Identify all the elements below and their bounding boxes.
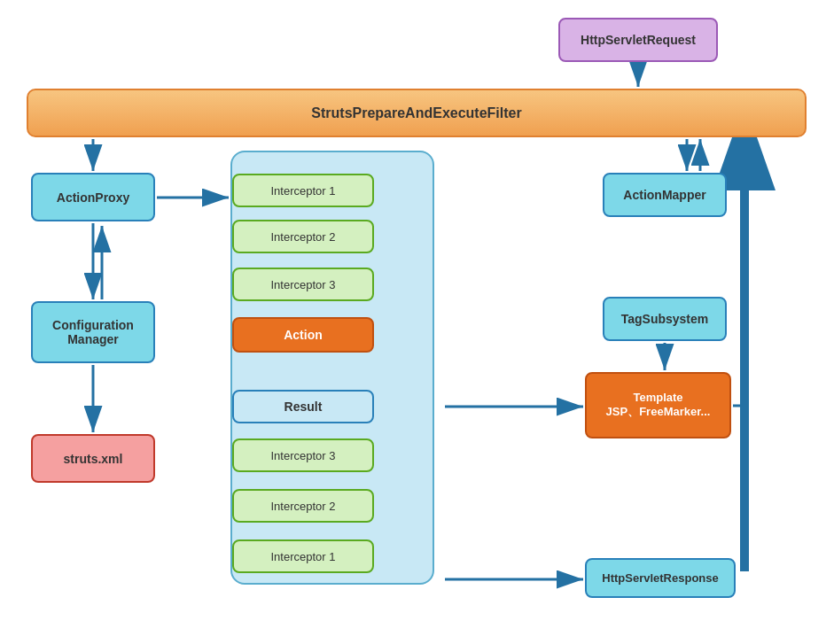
action-proxy-box: ActionProxy bbox=[31, 173, 155, 221]
interceptor3-top-box: Interceptor 3 bbox=[232, 268, 374, 301]
struts-filter-box: StrutsPrepareAndExecuteFilter bbox=[27, 89, 807, 137]
interceptor1-top-box: Interceptor 1 bbox=[232, 174, 374, 207]
template-box: Template JSP、FreeMarker... bbox=[585, 372, 731, 438]
interceptor1-bottom-box: Interceptor 1 bbox=[232, 539, 374, 573]
action-proxy-label: ActionProxy bbox=[57, 190, 129, 205]
interceptor3-top-label: Interceptor 3 bbox=[271, 278, 336, 291]
tag-subsystem-label: TagSubsystem bbox=[621, 312, 709, 326]
diagram: HttpServletRequest StrutsPrepareAndExecu… bbox=[0, 0, 834, 644]
action-label: Action bbox=[284, 328, 323, 342]
http-response-box: HttpServletResponse bbox=[585, 558, 736, 598]
template-label: Template JSP、FreeMarker... bbox=[606, 391, 711, 420]
interceptor2-top-label: Interceptor 2 bbox=[271, 230, 336, 244]
result-label: Result bbox=[284, 400, 323, 414]
action-box: Action bbox=[232, 317, 374, 353]
action-mapper-box: ActionMapper bbox=[603, 173, 727, 217]
struts-xml-label: struts.xml bbox=[64, 452, 123, 466]
interceptor1-top-label: Interceptor 1 bbox=[271, 184, 336, 198]
interceptor3-bottom-box: Interceptor 3 bbox=[232, 438, 374, 472]
struts-filter-label: StrutsPrepareAndExecuteFilter bbox=[311, 105, 521, 121]
result-box: Result bbox=[232, 390, 374, 423]
struts-xml-box: struts.xml bbox=[31, 434, 155, 483]
interceptor2-bottom-box: Interceptor 2 bbox=[232, 489, 374, 523]
interceptor2-top-box: Interceptor 2 bbox=[232, 220, 374, 253]
interceptor1-bottom-label: Interceptor 1 bbox=[271, 550, 336, 563]
config-manager-box: Configuration Manager bbox=[31, 301, 155, 363]
action-mapper-label: ActionMapper bbox=[623, 188, 705, 202]
config-manager-label: Configuration Manager bbox=[52, 318, 134, 346]
interceptor3-bottom-label: Interceptor 3 bbox=[271, 449, 336, 462]
http-request-label: HttpServletRequest bbox=[581, 33, 696, 47]
interceptor2-bottom-label: Interceptor 2 bbox=[271, 500, 336, 513]
tag-subsystem-box: TagSubsystem bbox=[603, 297, 727, 341]
http-request-box: HttpServletRequest bbox=[558, 18, 718, 62]
http-response-label: HttpServletResponse bbox=[602, 571, 718, 585]
